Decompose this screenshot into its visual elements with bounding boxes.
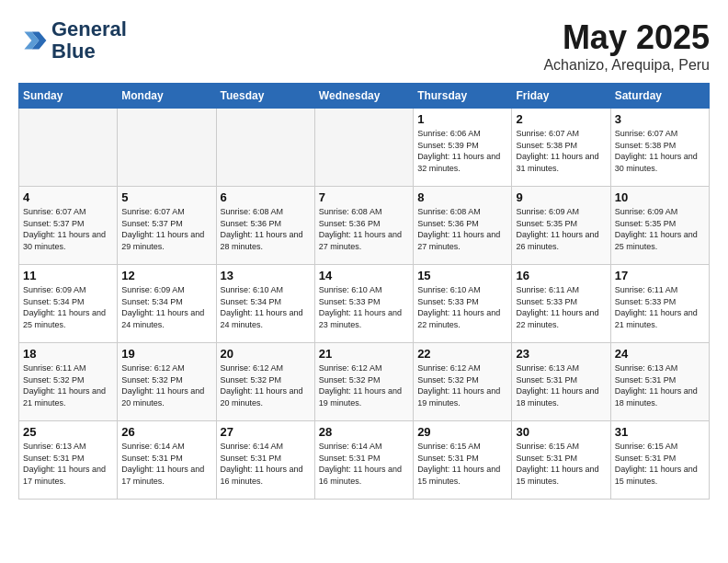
day-number: 16 [516, 269, 606, 282]
location: Achanizo, Arequipa, Peru [543, 57, 710, 74]
day-header-thursday: Thursday [414, 84, 512, 109]
day-info: Sunrise: 6:09 AMSunset: 5:34 PMDaylight:… [23, 284, 113, 330]
calendar-cell: 31Sunrise: 6:15 AMSunset: 5:31 PMDayligh… [610, 421, 709, 500]
calendar-cell [314, 109, 413, 187]
calendar-cell: 27Sunrise: 6:14 AMSunset: 5:31 PMDayligh… [216, 421, 314, 500]
calendar-cell: 24Sunrise: 6:13 AMSunset: 5:31 PMDayligh… [610, 343, 709, 421]
day-header-sunday: Sunday [19, 84, 118, 109]
day-info: Sunrise: 6:08 AMSunset: 5:36 PMDaylight:… [221, 206, 311, 252]
calendar-cell: 3Sunrise: 6:07 AMSunset: 5:38 PMDaylight… [610, 109, 709, 187]
day-info: Sunrise: 6:12 AMSunset: 5:32 PMDaylight:… [121, 362, 211, 408]
day-number: 15 [417, 269, 507, 282]
logo-text: General Blue [51, 18, 127, 63]
calendar-week-5: 25Sunrise: 6:13 AMSunset: 5:31 PMDayligh… [19, 421, 710, 500]
calendar-cell: 11Sunrise: 6:09 AMSunset: 5:34 PMDayligh… [19, 265, 118, 343]
day-number: 19 [121, 347, 211, 361]
calendar-cell: 25Sunrise: 6:13 AMSunset: 5:31 PMDayligh… [19, 421, 118, 500]
day-number: 8 [417, 190, 507, 204]
calendar-cell [118, 109, 216, 187]
page-header: General Blue May 2025 Achanizo, Arequipa… [18, 18, 710, 74]
day-header-friday: Friday [512, 84, 610, 109]
day-number: 24 [615, 347, 705, 361]
day-info: Sunrise: 6:13 AMSunset: 5:31 PMDaylight:… [516, 362, 606, 408]
day-number: 28 [319, 425, 409, 439]
calendar-cell: 2Sunrise: 6:07 AMSunset: 5:38 PMDaylight… [512, 109, 610, 187]
calendar-cell: 15Sunrise: 6:10 AMSunset: 5:33 PMDayligh… [414, 265, 512, 343]
calendar-week-1: 1Sunrise: 6:06 AMSunset: 5:39 PMDaylight… [19, 109, 710, 187]
day-number: 13 [221, 269, 311, 282]
day-info: Sunrise: 6:07 AMSunset: 5:38 PMDaylight:… [516, 128, 606, 174]
day-number: 10 [615, 190, 705, 204]
calendar-cell: 6Sunrise: 6:08 AMSunset: 5:36 PMDaylight… [216, 187, 314, 265]
calendar-cell: 23Sunrise: 6:13 AMSunset: 5:31 PMDayligh… [512, 343, 610, 421]
day-info: Sunrise: 6:07 AMSunset: 5:37 PMDaylight:… [121, 206, 211, 252]
calendar-cell: 17Sunrise: 6:11 AMSunset: 5:33 PMDayligh… [610, 265, 709, 343]
logo-icon [18, 26, 48, 55]
day-header-wednesday: Wednesday [314, 84, 413, 109]
calendar-cell: 7Sunrise: 6:08 AMSunset: 5:36 PMDaylight… [314, 187, 413, 265]
day-number: 12 [121, 269, 211, 282]
day-number: 1 [417, 112, 507, 126]
day-info: Sunrise: 6:13 AMSunset: 5:31 PMDaylight:… [23, 441, 113, 487]
calendar-cell: 12Sunrise: 6:09 AMSunset: 5:34 PMDayligh… [118, 265, 216, 343]
day-info: Sunrise: 6:11 AMSunset: 5:32 PMDaylight:… [23, 362, 113, 408]
day-number: 17 [615, 269, 705, 282]
calendar-cell: 20Sunrise: 6:12 AMSunset: 5:32 PMDayligh… [216, 343, 314, 421]
day-number: 7 [319, 190, 409, 204]
day-info: Sunrise: 6:14 AMSunset: 5:31 PMDaylight:… [319, 441, 409, 487]
day-number: 27 [221, 425, 311, 439]
calendar-header-row: SundayMondayTuesdayWednesdayThursdayFrid… [19, 84, 710, 109]
day-number: 29 [417, 425, 507, 439]
day-number: 31 [615, 425, 705, 439]
day-number: 2 [516, 112, 606, 126]
day-info: Sunrise: 6:12 AMSunset: 5:32 PMDaylight:… [319, 362, 409, 408]
calendar-cell [19, 109, 118, 187]
calendar-table: SundayMondayTuesdayWednesdayThursdayFrid… [18, 83, 710, 500]
day-number: 4 [23, 190, 113, 204]
day-number: 30 [516, 425, 606, 439]
day-info: Sunrise: 6:07 AMSunset: 5:38 PMDaylight:… [615, 128, 705, 174]
day-number: 26 [121, 425, 211, 439]
calendar-cell: 21Sunrise: 6:12 AMSunset: 5:32 PMDayligh… [314, 343, 413, 421]
day-info: Sunrise: 6:12 AMSunset: 5:32 PMDaylight:… [417, 362, 507, 408]
day-number: 9 [516, 190, 606, 204]
logo: General Blue [18, 18, 127, 63]
day-info: Sunrise: 6:09 AMSunset: 5:34 PMDaylight:… [121, 284, 211, 330]
day-info: Sunrise: 6:14 AMSunset: 5:31 PMDaylight:… [221, 441, 311, 487]
day-info: Sunrise: 6:10 AMSunset: 5:33 PMDaylight:… [319, 284, 409, 330]
calendar-cell: 29Sunrise: 6:15 AMSunset: 5:31 PMDayligh… [414, 421, 512, 500]
day-info: Sunrise: 6:15 AMSunset: 5:31 PMDaylight:… [615, 441, 705, 487]
calendar-cell: 19Sunrise: 6:12 AMSunset: 5:32 PMDayligh… [118, 343, 216, 421]
calendar-cell: 22Sunrise: 6:12 AMSunset: 5:32 PMDayligh… [414, 343, 512, 421]
day-number: 25 [23, 425, 113, 439]
day-number: 20 [221, 347, 311, 361]
day-number: 5 [121, 190, 211, 204]
calendar-cell: 28Sunrise: 6:14 AMSunset: 5:31 PMDayligh… [314, 421, 413, 500]
day-number: 14 [319, 269, 409, 282]
day-info: Sunrise: 6:10 AMSunset: 5:34 PMDaylight:… [221, 284, 311, 330]
calendar-cell: 8Sunrise: 6:08 AMSunset: 5:36 PMDaylight… [414, 187, 512, 265]
day-info: Sunrise: 6:07 AMSunset: 5:37 PMDaylight:… [23, 206, 113, 252]
day-info: Sunrise: 6:10 AMSunset: 5:33 PMDaylight:… [417, 284, 507, 330]
day-info: Sunrise: 6:09 AMSunset: 5:35 PMDaylight:… [516, 206, 606, 252]
title-block: May 2025 Achanizo, Arequipa, Peru [543, 18, 710, 74]
day-info: Sunrise: 6:15 AMSunset: 5:31 PMDaylight:… [516, 441, 606, 487]
day-info: Sunrise: 6:11 AMSunset: 5:33 PMDaylight:… [516, 284, 606, 330]
day-number: 22 [417, 347, 507, 361]
day-header-saturday: Saturday [610, 84, 709, 109]
day-info: Sunrise: 6:08 AMSunset: 5:36 PMDaylight:… [319, 206, 409, 252]
calendar-week-3: 11Sunrise: 6:09 AMSunset: 5:34 PMDayligh… [19, 265, 710, 343]
day-info: Sunrise: 6:11 AMSunset: 5:33 PMDaylight:… [615, 284, 705, 330]
day-info: Sunrise: 6:14 AMSunset: 5:31 PMDaylight:… [121, 441, 211, 487]
calendar-cell [216, 109, 314, 187]
day-number: 3 [615, 112, 705, 126]
calendar-cell: 26Sunrise: 6:14 AMSunset: 5:31 PMDayligh… [118, 421, 216, 500]
calendar-cell: 13Sunrise: 6:10 AMSunset: 5:34 PMDayligh… [216, 265, 314, 343]
day-number: 6 [221, 190, 311, 204]
calendar-cell: 14Sunrise: 6:10 AMSunset: 5:33 PMDayligh… [314, 265, 413, 343]
calendar-cell: 5Sunrise: 6:07 AMSunset: 5:37 PMDaylight… [118, 187, 216, 265]
calendar-cell: 9Sunrise: 6:09 AMSunset: 5:35 PMDaylight… [512, 187, 610, 265]
day-info: Sunrise: 6:09 AMSunset: 5:35 PMDaylight:… [615, 206, 705, 252]
calendar-week-2: 4Sunrise: 6:07 AMSunset: 5:37 PMDaylight… [19, 187, 710, 265]
day-number: 21 [319, 347, 409, 361]
